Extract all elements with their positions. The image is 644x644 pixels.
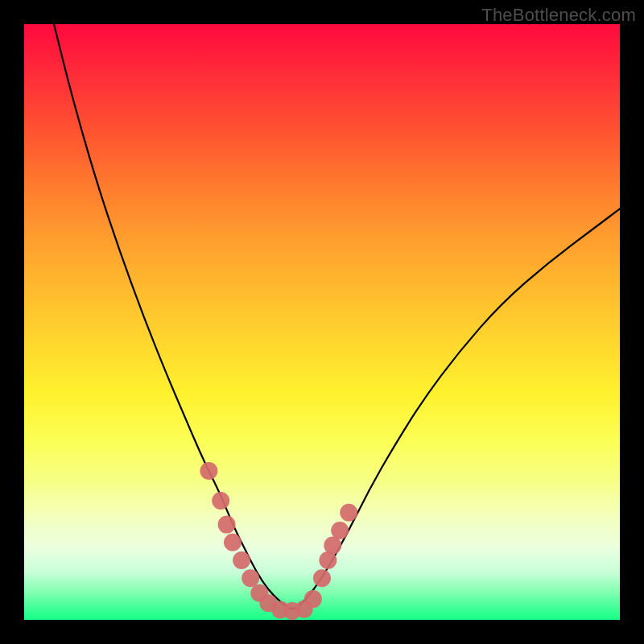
curve-marker [224,534,242,551]
bottleneck-curve [54,24,620,609]
plot-area [24,24,620,620]
chart-frame: TheBottleneck.com [0,0,644,644]
curve-marker [233,551,250,569]
curve-marker [340,504,357,522]
curve-marker [331,522,349,539]
curve-marker [313,569,331,587]
curve-marker [218,516,236,534]
curve-marker [242,569,259,587]
curve-marker [304,590,322,608]
watermark-text: TheBottleneck.com [481,5,636,26]
chart-svg [24,24,620,620]
curve-marker [200,462,217,480]
curve-markers [200,462,357,620]
curve-marker [212,492,229,510]
